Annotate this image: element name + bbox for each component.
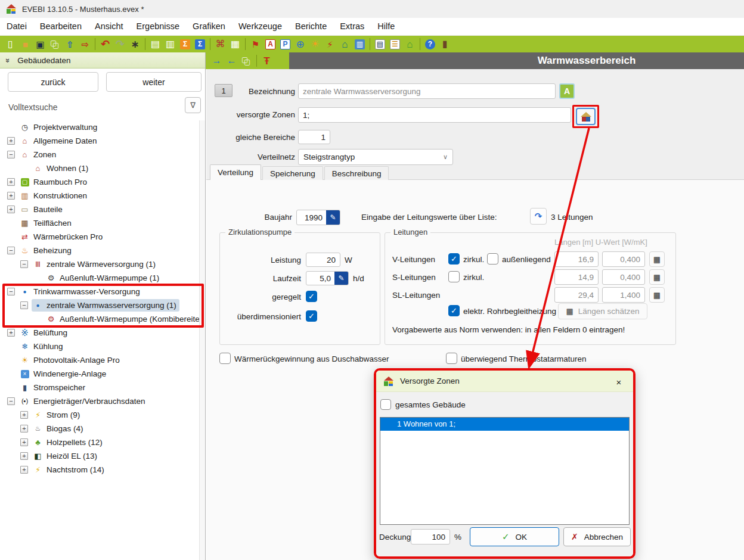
ueberdimensioniert-checkbox[interactable] — [306, 310, 317, 322]
house-euro-icon[interactable]: ⌂ — [337, 37, 352, 51]
tree-expander-icon[interactable]: + — [20, 466, 28, 474]
menu-item-ansicht[interactable]: Ansicht — [88, 18, 130, 35]
verteilnetz-select[interactable]: Steigstrangtyp ∨ — [298, 149, 453, 165]
energy-label-icon[interactable]: ☰ — [388, 37, 402, 51]
tree-item[interactable]: ❄Kühlung — [0, 340, 199, 353]
tree-expander-icon[interactable]: − — [7, 151, 15, 158]
tree-expander-icon[interactable]: + — [7, 178, 15, 186]
tab-beschreibung[interactable]: Beschreibung — [324, 166, 389, 180]
edit-pencil-icon[interactable]: ✎ — [334, 272, 348, 285]
calculator-button[interactable]: ▦ — [649, 269, 665, 285]
calculator-button[interactable]: ▦ — [649, 251, 665, 267]
thermostat-checkbox[interactable] — [446, 353, 457, 364]
v-zirkul-checkbox[interactable] — [448, 253, 460, 265]
remove-bereich-icon[interactable]: ← — [224, 54, 239, 68]
zones-list[interactable]: 1 Wohnen von 1; — [380, 417, 630, 525]
s-laenge-input[interactable]: 14,9 — [554, 269, 599, 285]
laengen-schaetzen-button[interactable]: ▦ Längen schätzen — [558, 303, 647, 319]
open-folder-icon[interactable]: ■ — [18, 37, 33, 51]
tree-item[interactable]: +♣Holzpellets (12) — [0, 435, 199, 449]
tree-item[interactable]: −(▪)Energieträger/Verbrauchsdaten — [0, 394, 199, 408]
tree-item[interactable]: +♨Biogas (4) — [0, 422, 199, 435]
sl-laenge-input[interactable]: 29,4 — [554, 287, 599, 303]
tree-expander-icon[interactable]: + — [20, 438, 28, 446]
new-document-icon[interactable]: ▯ — [3, 37, 18, 51]
tree-expander-icon[interactable]: + — [20, 425, 28, 433]
magic-wand-icon[interactable]: ∗ — [128, 37, 142, 51]
menu-item-bearbeiten[interactable]: Bearbeiten — [33, 18, 88, 35]
tree-item[interactable]: +◧Heizöl EL (13) — [0, 449, 199, 463]
laufzeit-input[interactable]: 5,0 ✎ — [306, 271, 349, 285]
open-list-button[interactable]: ↷ — [530, 208, 547, 225]
tree-item[interactable]: ×Windenergie-Anlage — [0, 367, 199, 381]
schema-icon[interactable]: ⌘ — [213, 37, 228, 51]
kfw-icon[interactable]: ▥ — [352, 37, 367, 51]
tree-item[interactable]: +▥Konstruktionen — [0, 189, 199, 203]
filter-button[interactable]: ∇ — [185, 97, 201, 113]
house-energy-icon[interactable]: ⌂ — [402, 37, 417, 51]
tree-item[interactable]: +▢Raumbuch Pro — [0, 175, 199, 189]
construction-list-icon[interactable]: ▦ — [228, 37, 243, 51]
menu-item-hilfe[interactable]: Hilfe — [371, 18, 401, 35]
menu-item-datei[interactable]: Datei — [0, 18, 33, 35]
v-uwert-input[interactable]: 0,400 — [602, 251, 645, 267]
auto-name-button[interactable]: A — [559, 83, 575, 99]
tree-item[interactable]: −Ⅲzentrale Wärmeversorgung (1) — [0, 257, 199, 271]
undo-icon[interactable]: ↶ — [98, 37, 113, 51]
s-zirkul-checkbox[interactable] — [448, 271, 460, 282]
building-values-icon[interactable]: ▥ — [163, 37, 178, 51]
tree-item[interactable]: ☀Photovoltaik-Anlage Pro — [0, 353, 199, 367]
menu-item-grafiken[interactable]: Grafiken — [186, 18, 232, 35]
sun-icon[interactable]: ☀ — [308, 37, 323, 51]
tree-item[interactable]: +▭Bauteile — [0, 203, 199, 216]
next-button[interactable]: weiter — [106, 72, 202, 92]
s-uwert-input[interactable]: 0,400 — [602, 269, 645, 285]
menu-item-ergebnisse[interactable]: Ergebnisse — [130, 18, 187, 35]
menu-item-berichte[interactable]: Berichte — [289, 18, 333, 35]
leistung-input[interactable]: 20 — [306, 253, 340, 267]
sum-energy-icon[interactable]: Σ — [178, 37, 193, 51]
save-icon[interactable]: ▣ — [33, 37, 48, 51]
tree-expander-icon[interactable]: + — [20, 452, 28, 460]
tree-item[interactable]: ⇄Wärmebrücken Pro — [0, 230, 199, 244]
gesamtes-gebaeude-checkbox[interactable] — [380, 399, 391, 410]
baujahr-input[interactable]: 1990 ✎ — [296, 210, 340, 225]
menu-item-werkzeuge[interactable]: Werkzeuge — [232, 18, 289, 35]
sl-uwert-input[interactable]: 1,400 — [602, 287, 645, 303]
copy-icon[interactable]: ▢▢ — [48, 37, 63, 51]
list-item[interactable]: 1 Wohnen von 1; — [380, 418, 629, 431]
sum-results-icon[interactable]: Σ — [193, 37, 207, 51]
tab-speicherung[interactable]: Speicherung — [262, 166, 323, 180]
tree-item[interactable]: ⌂Wohnen (1) — [0, 161, 199, 175]
bezeichnung-input[interactable]: zentrale Warmwasserversorgung — [298, 83, 556, 99]
tree-expander-icon[interactable]: + — [7, 192, 15, 200]
report-document-icon[interactable]: ▤ — [148, 37, 163, 51]
geregelt-checkbox[interactable] — [306, 291, 317, 302]
comment-flag-icon[interactable]: ⚑ — [248, 37, 263, 51]
versorgte-zonen-input[interactable]: 1; — [298, 107, 571, 123]
aussenliegend-checkbox[interactable] — [487, 253, 498, 265]
label-p-icon[interactable]: P — [278, 37, 293, 51]
gleiche-bereiche-input[interactable]: 1 — [298, 130, 330, 144]
lightning-icon[interactable]: ⚡ — [323, 37, 337, 51]
exit-door-icon[interactable]: ▮ — [438, 37, 452, 51]
globe-icon[interactable]: ⊕ — [293, 37, 308, 51]
edit-pencil-icon[interactable]: ✎ — [326, 210, 340, 225]
tree-expander-icon[interactable]: − — [20, 260, 28, 268]
back-button[interactable]: zurück — [8, 72, 98, 92]
deckung-input[interactable]: 100 — [411, 529, 450, 545]
tree-item[interactable]: ⚙Außenluft-Wärmepumpe (1) — [0, 271, 199, 285]
ok-button[interactable]: ✓ OK — [470, 527, 559, 546]
tree-item[interactable]: +⌂Allgemeine Daten — [0, 134, 199, 148]
rohrbegleitheizung-checkbox[interactable] — [448, 305, 460, 316]
tree-item[interactable]: −♨Beheizung — [0, 244, 199, 257]
tree-item[interactable]: ◷Projektverwaltung — [0, 120, 199, 134]
import-icon[interactable]: ⇧ — [63, 37, 78, 51]
faucet-icon[interactable]: Ŧ — [259, 54, 274, 68]
sidebar-header[interactable]: » Gebäudedaten — [0, 52, 206, 69]
export-icon[interactable]: ⇨ — [78, 37, 92, 51]
v-laenge-input[interactable]: 16,9 — [554, 251, 599, 267]
cancel-button[interactable]: ✗ Abbrechen — [563, 527, 631, 546]
add-bereich-icon[interactable]: → — [209, 54, 224, 68]
tree-item[interactable]: ▦Teilflächen — [0, 216, 199, 230]
